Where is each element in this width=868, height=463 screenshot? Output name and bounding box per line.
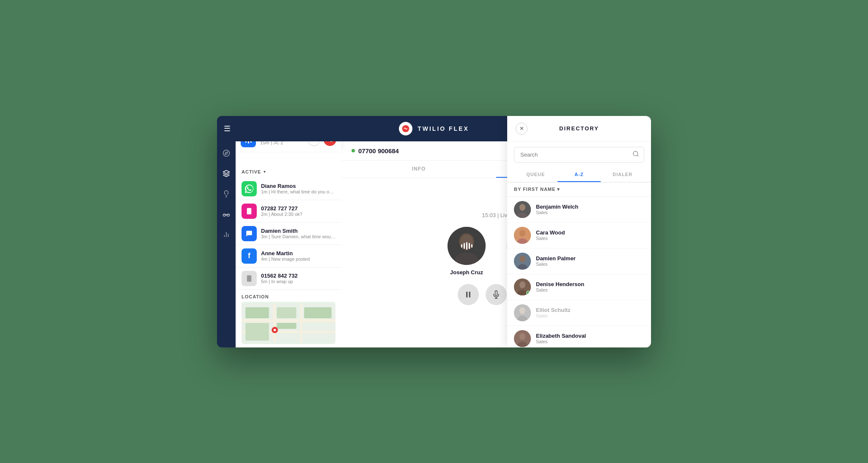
- wave-bar-a: [461, 244, 462, 248]
- dir-avatar-elliot: [514, 304, 531, 321]
- contact-msg-damien: 3m | Sure Damien, what time would w...: [261, 234, 335, 239]
- tab-dialer[interactable]: DIALER: [601, 168, 644, 182]
- directory-title: DIRECTORY: [559, 125, 599, 132]
- contact-msg-diane: 1m | Hi there, what time do you open...: [261, 189, 335, 194]
- svg-point-39: [519, 204, 525, 211]
- svg-rect-32: [466, 292, 467, 297]
- sidebar-icon-chart[interactable]: [220, 228, 233, 241]
- directory-close-button[interactable]: ✕: [516, 123, 527, 135]
- dir-avatar-damien-p: [514, 253, 531, 270]
- dir-info-elliot: Elliot Schultz Sales: [536, 307, 644, 318]
- wave-bar-d: [469, 243, 470, 249]
- svg-point-36: [633, 152, 638, 156]
- app-window: ☰ TWILIO FLEX: [217, 116, 651, 347]
- directory-panel: ✕ DIRECTORY QUEUE A-Z DIALER BY FIRST NA…: [507, 116, 651, 347]
- participant-name-joseph: Joseph Cruz: [450, 269, 483, 276]
- contact-info-01562: 01562 842 732 5m | In wrap up: [261, 273, 335, 284]
- contact-msg-anne: 4m | New image posted: [261, 256, 335, 262]
- tab-az[interactable]: A-Z: [558, 168, 601, 182]
- dir-dept-elizabeth: Sales: [536, 339, 644, 344]
- sidebar-icon-glasses[interactable]: [220, 207, 233, 221]
- svg-point-1: [223, 150, 230, 156]
- svg-point-45: [519, 256, 525, 262]
- dir-contact-damien-p[interactable]: Damien Palmer Sales: [507, 248, 651, 274]
- tab-info[interactable]: INFO: [341, 161, 496, 178]
- contact-name-anne: Anne Martin: [261, 250, 335, 256]
- svg-rect-21: [245, 307, 269, 318]
- dir-contact-elliot[interactable]: Elliot Schultz Sales: [507, 300, 651, 326]
- svg-marker-3: [223, 170, 230, 174]
- svg-rect-18: [273, 303, 276, 342]
- dir-contact-benjamin[interactable]: Benjamin Welch Sales: [507, 197, 651, 223]
- svg-point-54: [519, 333, 525, 340]
- dir-name-damien-p: Damien Palmer: [536, 255, 644, 262]
- svg-marker-2: [225, 152, 228, 154]
- menu-button[interactable]: ☰: [224, 124, 231, 133]
- contact-info-anne: Anne Martin 4m | New image posted: [261, 250, 335, 262]
- contact-item-damien[interactable]: Damien Smith 3m | Sure Damien, what time…: [236, 223, 341, 245]
- contact-item-01562[interactable]: 01562 842 732 5m | In wrap up: [236, 267, 341, 290]
- contact-avatar-diane: [242, 181, 257, 196]
- dir-dept-denise: Sales: [536, 287, 644, 292]
- call-number: 07700 900684: [358, 147, 399, 154]
- contact-item-diane[interactable]: Diane Ramos 1m | Hi there, what time do …: [236, 178, 341, 200]
- svg-rect-15: [247, 275, 252, 281]
- contacts-section-label: ACTIVE: [242, 169, 261, 174]
- wave-bar-c: [466, 242, 467, 250]
- wave-bar-e: [471, 244, 472, 248]
- svg-rect-19: [300, 303, 303, 342]
- dir-info-cara: Cara Wood Sales: [536, 229, 644, 241]
- svg-point-48: [519, 281, 525, 288]
- directory-header: ✕ DIRECTORY: [507, 116, 651, 142]
- dir-name-cara: Cara Wood: [536, 229, 644, 236]
- wave-bar-b: [464, 243, 465, 249]
- directory-filter-label: BY FIRST NAME: [514, 187, 555, 192]
- svg-point-27: [274, 328, 276, 331]
- filter-arrow-icon: ▾: [557, 187, 560, 192]
- sidebar-icon-layers[interactable]: [220, 167, 233, 180]
- contact-msg-07282: 2m | About 2:30 ok?: [261, 212, 335, 217]
- call-timer: 15:03 | Live: [482, 212, 511, 218]
- contact-avatar-07282: [242, 204, 257, 219]
- contact-info-damien: Damien Smith 3m | Sure Damien, what time…: [261, 228, 335, 239]
- contact-item-07282[interactable]: 07282 727 727 2m | About 2:30 ok?: [236, 200, 341, 223]
- svg-rect-25: [277, 323, 296, 329]
- participant-joseph: Joseph Cruz: [448, 227, 486, 276]
- dir-contact-cara[interactable]: Cara Wood Sales: [507, 223, 651, 248]
- dir-name-benjamin: Benjamin Welch: [536, 204, 644, 210]
- dir-info-denise: Denise Henderson Sales: [536, 281, 644, 292]
- dir-dept-benjamin: Sales: [536, 210, 644, 215]
- dir-dept-cara: Sales: [536, 236, 644, 241]
- call-status-dot: [352, 149, 355, 152]
- contact-name-damien: Damien Smith: [261, 228, 335, 234]
- dir-info-damien-p: Damien Palmer Sales: [536, 255, 644, 267]
- dir-dept-elliot: Sales: [536, 313, 644, 318]
- svg-point-51: [519, 307, 525, 314]
- sidebar-icon-compass[interactable]: [220, 146, 233, 160]
- search-icon: [632, 151, 639, 159]
- directory-filter: BY FIRST NAME ▾: [507, 182, 651, 197]
- map-container: [242, 302, 335, 344]
- svg-rect-13: [247, 208, 252, 214]
- dir-name-denise: Denise Henderson: [536, 281, 644, 287]
- contact-name-diane: Diane Ramos: [261, 183, 335, 189]
- svg-rect-22: [277, 307, 296, 318]
- contact-name-01562: 01562 842 732: [261, 273, 335, 279]
- contact-item-anne[interactable]: f Anne Martin 4m | New image posted: [236, 245, 341, 267]
- dir-contact-elizabeth[interactable]: Elizabeth Sandoval Sales: [507, 326, 651, 347]
- call-mute-button[interactable]: [486, 284, 507, 305]
- contact-msg-01562: 5m | In wrap up: [261, 279, 335, 284]
- contact-name-07282: 07282 727 727: [261, 205, 335, 212]
- call-pause-button[interactable]: [458, 284, 479, 305]
- tab-queue[interactable]: QUEUE: [514, 168, 558, 182]
- svg-line-37: [637, 155, 638, 157]
- svg-rect-17: [242, 319, 335, 322]
- wave-overlay: [448, 227, 486, 265]
- contacts-header: ACTIVE ▾: [236, 164, 341, 178]
- sidebar-icon-bulb[interactable]: [220, 187, 233, 201]
- sidebar: [217, 141, 236, 347]
- directory-search-input[interactable]: [514, 147, 644, 163]
- dir-contact-denise[interactable]: Denise Henderson Sales: [507, 274, 651, 300]
- dir-avatar-denise: [514, 278, 531, 295]
- dir-info-elizabeth: Elizabeth Sandoval Sales: [536, 333, 644, 344]
